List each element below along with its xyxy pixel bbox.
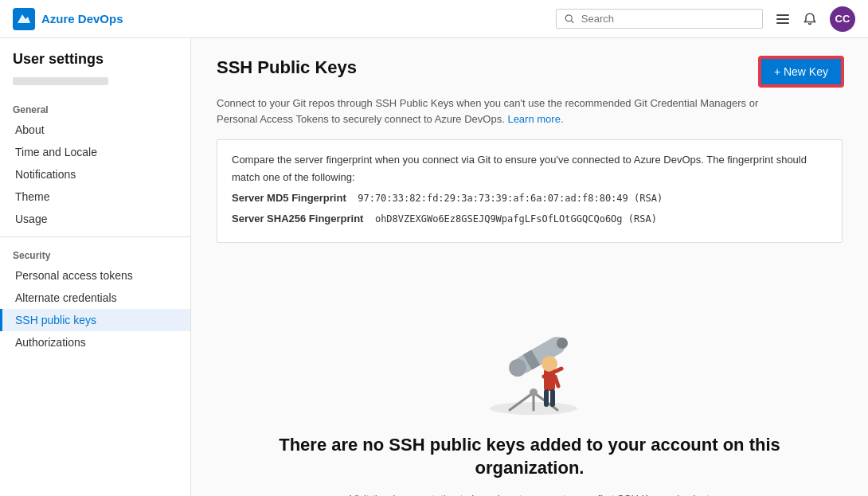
sidebar-divider (0, 236, 190, 237)
main-layout: User settings General About Time and Loc… (0, 38, 868, 496)
fingerprint-intro: Compare the server fingerprint when you … (232, 151, 827, 186)
menu-icon-button[interactable] (776, 12, 790, 26)
topnav: Azure DevOps CC (0, 0, 868, 38)
svg-rect-5 (776, 22, 789, 24)
svg-line-20 (555, 377, 558, 386)
logo-text: Azure DevOps (41, 12, 123, 25)
topnav-icons: CC (776, 6, 855, 32)
content-header: SSH Public Keys + New Key (217, 57, 843, 86)
svg-line-2 (571, 20, 573, 22)
svg-point-1 (565, 14, 572, 21)
svg-rect-4 (776, 18, 789, 20)
menu-icon (776, 12, 790, 26)
svg-point-10 (530, 389, 538, 396)
sidebar-title: User settings (0, 51, 190, 77)
user-placeholder-bar (13, 77, 108, 85)
sidebar-item-usage[interactable]: Usage (0, 208, 190, 230)
svg-rect-17 (550, 389, 555, 407)
empty-state-description: Visit the documentation to learn how to … (338, 491, 721, 496)
sidebar-item-about[interactable]: About (0, 119, 190, 141)
sidebar-item-notifications[interactable]: Notifications (0, 163, 190, 186)
new-key-button[interactable]: + New Key (760, 57, 843, 86)
telescope-illustration (450, 275, 609, 418)
empty-state-title: There are no SSH public keys added to yo… (248, 434, 811, 479)
fingerprint-sha256: Server SHA256 Fingerprint ohD8VZEXGWo6Ez… (232, 210, 827, 228)
sidebar-section-general: General (0, 98, 190, 119)
notification-icon-button[interactable] (803, 12, 817, 26)
content-description: Connect to your Git repos through SSH Pu… (217, 96, 774, 127)
documentation-link[interactable]: documentation (389, 493, 457, 496)
logo[interactable]: Azure DevOps (13, 8, 123, 30)
sidebar-item-theme[interactable]: Theme (0, 186, 190, 208)
azure-devops-logo-icon (13, 8, 35, 30)
fingerprint-box: Compare the server fingerprint when you … (217, 139, 843, 243)
fingerprint-md5: Server MD5 Fingerprint 97:70:33:82:fd:29… (232, 189, 827, 207)
sidebar-section-security: Security (0, 244, 190, 264)
search-icon (565, 14, 575, 25)
main-content: SSH Public Keys + New Key Connect to you… (191, 38, 868, 496)
sidebar-item-ssh-public-keys[interactable]: SSH public keys (0, 309, 190, 331)
sidebar-item-authorizations[interactable]: Authorizations (0, 331, 190, 353)
search-input[interactable] (581, 13, 754, 25)
learn-more-link[interactable]: Learn more. (507, 113, 563, 125)
empty-state: There are no SSH public keys added to yo… (217, 259, 843, 496)
search-box[interactable] (556, 9, 763, 29)
svg-rect-16 (544, 389, 549, 407)
svg-point-14 (557, 338, 568, 349)
sidebar: User settings General About Time and Loc… (0, 38, 191, 496)
sidebar-item-time-locale[interactable]: Time and Locale (0, 141, 190, 163)
avatar[interactable]: CC (830, 6, 855, 32)
sidebar-item-personal-access-tokens[interactable]: Personal access tokens (0, 264, 190, 287)
bell-icon (803, 12, 817, 26)
page-title: SSH Public Keys (217, 57, 357, 78)
sidebar-item-alternate-credentials[interactable]: Alternate credentials (0, 287, 190, 309)
svg-rect-3 (776, 14, 789, 16)
sidebar-user (0, 77, 190, 98)
